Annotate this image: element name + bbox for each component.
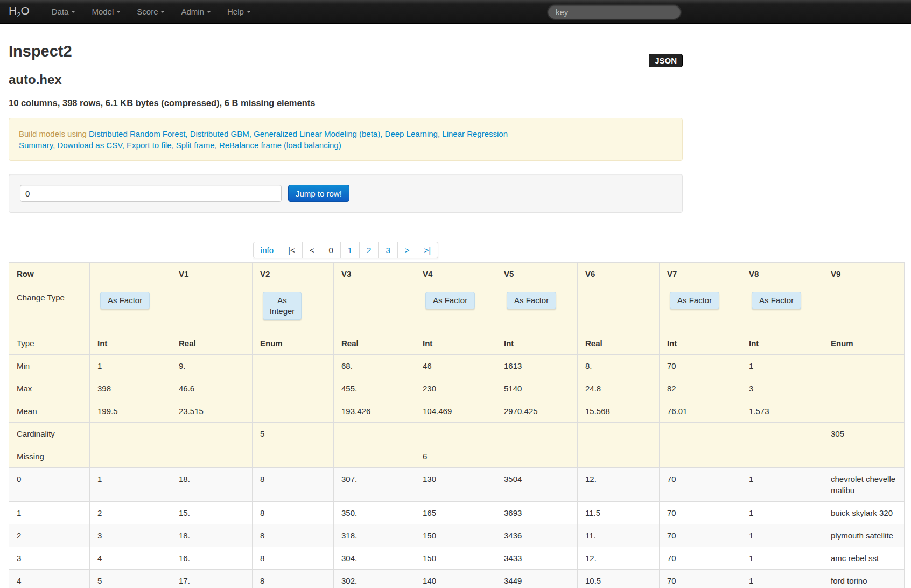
link-separator: , xyxy=(249,129,254,138)
page-button-page-1[interactable]: 1 xyxy=(340,242,360,258)
data-cell: 11.5 xyxy=(578,502,660,524)
stat-cell: Enum xyxy=(823,332,905,355)
data-cell: 11. xyxy=(578,524,660,547)
data-cell: 70 xyxy=(660,502,741,524)
data-cell: 70 xyxy=(660,570,741,588)
stat-cell: Real xyxy=(578,332,660,355)
stat-cell: 1.573 xyxy=(741,400,823,423)
link-separator: , xyxy=(185,129,190,138)
build-link-distributed-gbm[interactable]: Distributed GBM xyxy=(190,129,249,138)
navbar: H2O DataModelScoreAdminHelp xyxy=(0,0,911,24)
data-cell: 17. xyxy=(171,570,253,588)
action-link-split-frame[interactable]: Split frame xyxy=(176,141,215,150)
data-cell: 70 xyxy=(660,524,741,547)
header-cell: V3 xyxy=(334,263,415,285)
navbar-search-input[interactable] xyxy=(547,4,682,20)
as-factor-button-col9[interactable]: As Factor xyxy=(752,292,801,309)
row-label: Change Type xyxy=(9,285,90,332)
stat-cell: 3 xyxy=(741,377,823,400)
page-button-info[interactable]: info xyxy=(253,242,281,258)
jump-to-row-input[interactable] xyxy=(20,185,282,202)
h2o-logo[interactable]: H2O xyxy=(9,4,30,19)
table-row: 0118.8307.130350412.701chevrolet chevell… xyxy=(9,468,905,502)
build-link-linear-regression[interactable]: Linear Regression xyxy=(442,129,508,138)
page-button-page-2[interactable]: 2 xyxy=(359,242,379,258)
stat-cell xyxy=(415,423,496,445)
stat-cell: 76.01 xyxy=(660,400,741,423)
page-button-page-3[interactable]: 3 xyxy=(378,242,397,258)
action-link-download-as-csv[interactable]: Download as CSV xyxy=(57,141,122,150)
action-link-summary[interactable]: Summary xyxy=(19,141,53,150)
page-button-last[interactable]: >| xyxy=(417,242,439,258)
data-cell: 18. xyxy=(171,468,253,502)
data-cell: 1 xyxy=(741,547,823,570)
pagination-wrap: info|<<0123>>| xyxy=(9,242,683,258)
caret-down-icon xyxy=(71,11,75,13)
page-item-last: >| xyxy=(417,242,439,258)
build-link-generalized-linear-modeling-beta[interactable]: Generalized Linear Modeling (beta) xyxy=(254,129,380,138)
frame-summary: 10 columns, 398 rows, 6.1 KB bytes (comp… xyxy=(9,98,683,108)
data-cell: 12. xyxy=(578,547,660,570)
jump-to-row-button[interactable]: Jump to row! xyxy=(288,185,349,202)
page-button-first[interactable]: |< xyxy=(281,242,303,258)
json-button[interactable]: JSON xyxy=(649,54,683,67)
page-button-next[interactable]: > xyxy=(397,242,417,258)
action-link-rebalance-frame-load-balancing[interactable]: ReBalance frame (load balancing) xyxy=(219,141,341,150)
nav-menu-score[interactable]: Score xyxy=(129,0,173,23)
stat-cell: 5140 xyxy=(496,377,578,400)
data-cell: 1 xyxy=(741,468,823,502)
stat-cell: 1613 xyxy=(496,355,578,377)
data-cell: 150 xyxy=(415,524,496,547)
link-separator: , xyxy=(171,141,176,150)
data-cell: 8 xyxy=(253,547,334,570)
as-factor-button-col1[interactable]: As Factor xyxy=(100,292,150,309)
jump-to-row-well: Jump to row! xyxy=(9,174,683,213)
data-cell: 130 xyxy=(415,468,496,502)
as-factor-button-col5[interactable]: As Factor xyxy=(425,292,475,309)
data-cell: plymouth satellite xyxy=(823,524,905,547)
data-cell: 18. xyxy=(171,524,253,547)
stat-cell xyxy=(578,445,660,468)
data-cell: 70 xyxy=(660,468,741,502)
nav-menu-help[interactable]: Help xyxy=(219,0,259,23)
stat-cell: 9. xyxy=(171,355,253,377)
mean-row: Mean199.523.515193.426104.4692970.42515.… xyxy=(9,400,905,423)
build-models-bar: Build models using Distributed Random Fo… xyxy=(9,118,683,161)
stat-cell xyxy=(741,445,823,468)
header-cell: V1 xyxy=(171,263,253,285)
stat-cell: 82 xyxy=(660,377,741,400)
data-cell: 8 xyxy=(253,502,334,524)
nav-menu-admin[interactable]: Admin xyxy=(173,0,219,23)
data-cell: 3436 xyxy=(496,524,578,547)
data-cell: 1 xyxy=(741,502,823,524)
nav-menu-model[interactable]: Model xyxy=(83,0,129,23)
stat-cell: 6 xyxy=(415,445,496,468)
table-row: 1215.8350.165369311.5701buick skylark 32… xyxy=(9,502,905,524)
data-cell: 165 xyxy=(415,502,496,524)
build-link-deep-learning[interactable]: Deep Learning xyxy=(385,129,438,138)
stat-cell: 5 xyxy=(253,423,334,445)
as-factor-button-col8[interactable]: As Factor xyxy=(670,292,719,309)
build-link-distributed-random-forest[interactable]: Distributed Random Forest xyxy=(89,129,185,138)
stat-cell xyxy=(823,400,905,423)
stat-cell: Int xyxy=(90,332,171,355)
change-type-cell: As Factor xyxy=(90,285,171,332)
page-item-first: |< xyxy=(281,242,303,258)
nav-item-admin: Admin xyxy=(173,0,219,23)
page-button-page-0[interactable]: 0 xyxy=(321,242,340,258)
page-button-prev[interactable]: < xyxy=(302,242,322,258)
header-cell: V6 xyxy=(578,263,660,285)
data-cell: 8 xyxy=(253,570,334,588)
stat-cell: 104.469 xyxy=(415,400,496,423)
page-item-page-3: 3 xyxy=(379,242,397,258)
stat-cell xyxy=(823,377,905,400)
as-integer-button-col3[interactable]: As Integer xyxy=(263,292,302,320)
as-factor-button-col6[interactable]: As Factor xyxy=(507,292,556,309)
row-label: 1 xyxy=(9,502,90,524)
change-type-cell: As Factor xyxy=(660,285,741,332)
data-cell: 3504 xyxy=(496,468,578,502)
type-row: TypeIntRealEnumRealIntIntRealIntIntEnum xyxy=(9,332,905,355)
nav-menu-data[interactable]: Data xyxy=(44,0,84,23)
action-link-export-to-file[interactable]: Export to file xyxy=(127,141,171,150)
stat-cell: 24.8 xyxy=(578,377,660,400)
